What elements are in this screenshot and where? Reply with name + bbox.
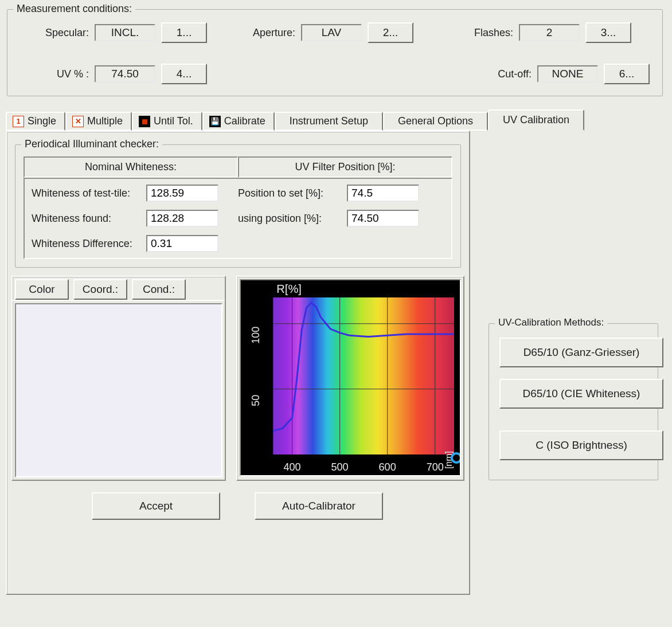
svg-rect-0 bbox=[273, 297, 454, 454]
position-to-set-input[interactable] bbox=[347, 185, 419, 202]
main-tabbar: 1 Single ✕ Multiple ◼ Until Tol. 💾 Calib… bbox=[6, 110, 671, 131]
color-swatch bbox=[15, 303, 222, 477]
tab-single[interactable]: 1 Single bbox=[6, 112, 65, 131]
svg-text:500: 500 bbox=[331, 461, 349, 473]
whiteness-test-tile-input[interactable] bbox=[146, 185, 218, 202]
method-cie-whiteness-button[interactable]: D65/10 (CIE Whiteness) bbox=[499, 379, 663, 409]
position-to-set-label: Position to set [%]: bbox=[238, 187, 347, 199]
flashes-edit-button[interactable]: 3... bbox=[585, 22, 631, 43]
until-tol-icon: ◼ bbox=[139, 116, 150, 127]
method-iso-brightness-button[interactable]: C (ISO Brightness) bbox=[499, 430, 663, 460]
uvpct-value: 74.50 bbox=[95, 65, 155, 83]
tab-multiple-label: Multiple bbox=[87, 115, 123, 127]
specular-edit-button[interactable]: 1... bbox=[161, 22, 207, 43]
method-ganz-griesser-button[interactable]: D65/10 (Ganz-Griesser) bbox=[499, 338, 663, 367]
action-row: Accept Auto-Calibrator bbox=[11, 481, 464, 520]
checker-rows: Whiteness of test-tile: Position to set … bbox=[24, 178, 452, 259]
svg-text:700: 700 bbox=[427, 461, 444, 473]
whiteness-found-label: Whiteness found: bbox=[32, 213, 146, 225]
using-position-label: using position [%]: bbox=[238, 213, 347, 225]
svg-text:100: 100 bbox=[250, 327, 261, 344]
multiple-icon: ✕ bbox=[72, 116, 84, 127]
tab-uv-calibration[interactable]: UV Calibration bbox=[488, 109, 584, 131]
accept-button[interactable]: Accept bbox=[92, 492, 220, 520]
aperture-label: Aperture: bbox=[244, 27, 295, 39]
subtab-color[interactable]: Color bbox=[15, 279, 69, 300]
subtab-cond[interactable]: Cond.: bbox=[132, 279, 186, 300]
uv-methods-group: UV-Calibration Methods: D65/10 (Ganz-Gri… bbox=[489, 323, 658, 480]
measurement-conditions-legend: Measurement conditions: bbox=[13, 3, 135, 15]
reflectance-plot-svg: R[%]50100400500600700[nm] bbox=[241, 280, 460, 475]
whiteness-diff-label: Whiteness Difference: bbox=[32, 238, 146, 250]
svg-text:600: 600 bbox=[379, 461, 396, 473]
checker-header: Nominal Whiteness: UV Filter Position [%… bbox=[24, 156, 452, 178]
single-icon: 1 bbox=[13, 116, 24, 127]
tab-instrument-setup[interactable]: Instrument Setup bbox=[275, 112, 383, 131]
whiteness-diff-input[interactable] bbox=[146, 235, 218, 252]
measurement-conditions-group: Measurement conditions: Specular: INCL. … bbox=[7, 9, 663, 96]
aperture-value: LAV bbox=[301, 24, 362, 41]
calibrate-icon: 💾 bbox=[209, 116, 221, 127]
tab-general-options[interactable]: General Options bbox=[383, 112, 488, 131]
uvpct-edit-button[interactable]: 4... bbox=[161, 64, 207, 84]
svg-text:400: 400 bbox=[283, 461, 300, 473]
swatch-subtabbar: Color Coord.: Cond.: bbox=[13, 277, 225, 301]
tab-single-label: Single bbox=[28, 115, 56, 127]
reflectance-plot: R[%]50100400500600700[nm] bbox=[240, 279, 461, 476]
whiteness-found-input[interactable] bbox=[146, 210, 218, 227]
uvpct-label: UV % : bbox=[37, 68, 89, 80]
swatch-panel: Color Coord.: Cond.: bbox=[11, 276, 226, 481]
illuminant-checker-group: Periodical Illuminant checker: Nominal W… bbox=[15, 144, 461, 268]
uv-calibration-tab-body: Periodical Illuminant checker: Nominal W… bbox=[6, 131, 470, 595]
tab-calibrate-label: Calibrate bbox=[224, 115, 265, 127]
using-position-input[interactable] bbox=[347, 210, 419, 227]
whiteness-test-tile-label: Whiteness of test-tile: bbox=[32, 187, 146, 199]
cutoff-edit-button[interactable]: 6... bbox=[604, 64, 650, 84]
auto-calibrator-button[interactable]: Auto-Calibrator bbox=[255, 492, 383, 520]
tab-instrument-setup-label: Instrument Setup bbox=[290, 115, 368, 127]
illuminant-checker-legend: Periodical Illuminant checker: bbox=[21, 138, 162, 150]
subtab-coord[interactable]: Coord.: bbox=[73, 279, 127, 300]
flashes-value: 2 bbox=[519, 24, 580, 41]
mid-area: Color Coord.: Cond.: R[%]501004005006007… bbox=[11, 276, 464, 481]
tab-until-tol[interactable]: ◼ Until Tol. bbox=[132, 112, 202, 131]
svg-text:50: 50 bbox=[250, 395, 261, 406]
conditions-grid: Specular: INCL. 1... Aperture: LAV 2... … bbox=[15, 17, 654, 88]
tab-until-tol-label: Until Tol. bbox=[154, 115, 193, 127]
cutoff-label: Cut-off: bbox=[480, 68, 532, 80]
flashes-label: Flashes: bbox=[462, 27, 513, 39]
tab-general-options-label: General Options bbox=[398, 115, 473, 127]
checker-col-right: UV Filter Position [%]: bbox=[238, 156, 452, 178]
specular-label: Specular: bbox=[37, 27, 89, 39]
svg-text:R[%]: R[%] bbox=[276, 283, 302, 295]
uv-methods-panel: UV-Calibration Methods: D65/10 (Ganz-Gri… bbox=[484, 316, 663, 485]
specular-value: INCL. bbox=[95, 24, 155, 41]
checker-col-left: Nominal Whiteness: bbox=[24, 156, 238, 178]
spectrum-panel: R[%]50100400500600700[nm] bbox=[236, 276, 464, 481]
aperture-edit-button[interactable]: 2... bbox=[368, 22, 413, 43]
tab-uv-calibration-label: UV Calibration bbox=[503, 114, 569, 126]
uv-methods-legend: UV-Calibration Methods: bbox=[495, 317, 607, 328]
cutoff-value: NONE bbox=[537, 65, 598, 83]
tab-multiple[interactable]: ✕ Multiple bbox=[65, 112, 132, 131]
tab-calibrate[interactable]: 💾 Calibrate bbox=[202, 112, 275, 131]
